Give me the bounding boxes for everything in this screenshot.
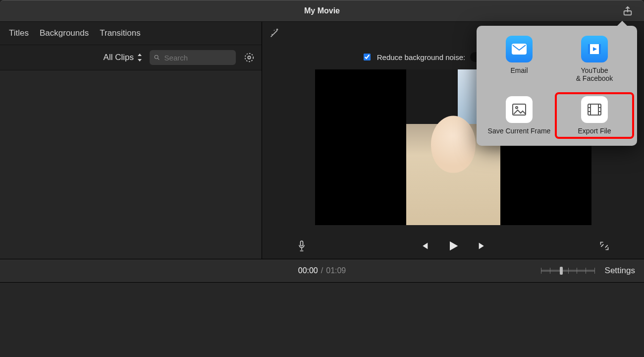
export-file-label: Export File <box>578 127 611 135</box>
time-separator: / <box>321 266 323 275</box>
enhance-button[interactable] <box>269 28 280 39</box>
updown-icon <box>137 54 143 61</box>
browser-toolbar: All Clips <box>0 45 262 70</box>
search-field[interactable] <box>150 50 236 65</box>
browser-panel: Titles Backgrounds Transitions All Clips <box>0 22 262 259</box>
expand-icon <box>599 241 609 251</box>
current-time: 00:00 <box>298 266 318 275</box>
microphone-icon <box>297 240 307 252</box>
svg-point-2 <box>248 56 251 59</box>
svg-point-3 <box>245 54 254 62</box>
share-button[interactable] <box>621 4 634 17</box>
svg-point-1 <box>155 55 158 59</box>
fullscreen-button[interactable] <box>599 241 609 251</box>
clips-filter-dropdown[interactable]: All Clips <box>104 53 143 62</box>
wand-icon <box>269 28 280 39</box>
browser-settings-button[interactable] <box>243 51 256 64</box>
share-youtube-facebook-button[interactable]: YouTube & Facebook <box>557 34 632 84</box>
playback-controls <box>262 233 644 259</box>
save-current-frame-button[interactable]: Save Current Frame <box>482 94 557 137</box>
svg-rect-17 <box>599 44 601 54</box>
svg-rect-16 <box>588 44 590 54</box>
zoom-thumb[interactable] <box>560 267 563 275</box>
timeline-settings-button[interactable]: Settings <box>605 266 635 276</box>
noise-reduction-label: Reduce background noise: <box>377 53 465 61</box>
search-input[interactable] <box>163 53 232 62</box>
save-current-frame-label: Save Current Frame <box>488 127 551 135</box>
gear-icon <box>244 52 255 63</box>
share-popover: Email YouTube & Facebook Save Current Fr… <box>477 26 637 146</box>
media-tabs: Titles Backgrounds Transitions <box>0 22 262 45</box>
skip-forward-icon <box>477 240 488 251</box>
project-title: My Movie <box>0 0 644 21</box>
voiceover-button[interactable] <box>297 240 307 252</box>
video-share-icon <box>581 36 608 62</box>
email-icon <box>506 36 533 62</box>
titlebar: My Movie <box>0 0 644 22</box>
clips-filter-label: All Clips <box>104 53 134 62</box>
play-button[interactable] <box>446 239 460 253</box>
skip-back-icon <box>419 240 429 251</box>
play-icon <box>446 239 460 253</box>
share-email-button[interactable]: Email <box>482 34 557 84</box>
image-icon <box>506 96 533 123</box>
svg-rect-13 <box>301 241 303 246</box>
noise-reduction-checkbox[interactable] <box>364 54 371 60</box>
tab-titles[interactable]: Titles <box>9 28 29 38</box>
zoom-slider[interactable] <box>541 270 594 272</box>
export-file-button[interactable]: Export File <box>557 94 632 137</box>
film-icon <box>581 96 608 123</box>
timeline-toolbar: 00:00 / 01:09 Settings <box>0 259 644 283</box>
share-youtube-facebook-label: YouTube & Facebook <box>576 66 613 82</box>
svg-rect-14 <box>512 44 526 54</box>
share-icon <box>622 5 633 16</box>
tab-transitions[interactable]: Transitions <box>100 28 141 38</box>
tab-backgrounds[interactable]: Backgrounds <box>40 28 89 38</box>
svg-point-19 <box>516 107 518 109</box>
timecode: 00:00 / 01:09 <box>298 266 346 275</box>
svg-rect-20 <box>588 104 601 115</box>
clips-browser[interactable] <box>0 70 262 259</box>
next-button[interactable] <box>477 240 488 251</box>
timeline-area[interactable] <box>0 283 644 357</box>
prev-button[interactable] <box>419 240 429 251</box>
total-duration: 01:09 <box>326 266 346 275</box>
share-email-label: Email <box>510 66 528 74</box>
search-icon <box>154 54 161 61</box>
